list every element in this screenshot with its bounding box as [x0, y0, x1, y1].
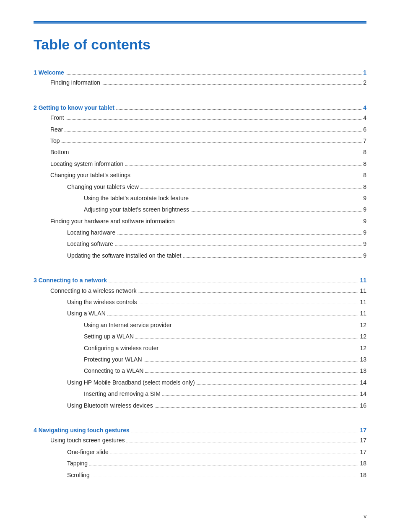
- toc-text-connect-wlan: Connecting to a WLAN: [84, 366, 143, 375]
- toc-dots-wireless-controls: [139, 304, 358, 304]
- toc-page-isp: 12: [360, 320, 366, 330]
- toc-item-loc-sw[interactable]: Locating software9: [34, 239, 366, 248]
- toc-text-changing-view: Changing your tablet's view: [67, 182, 139, 191]
- toc-text-finding-info: Finding information: [50, 78, 100, 87]
- toc-page-ch4: 17: [360, 426, 366, 435]
- toc-text-config-router: Configuring a wireless router: [84, 343, 158, 353]
- toc-item-sim[interactable]: Inserting and removing a SIM14: [34, 389, 366, 398]
- toc-dots-tapping: [89, 465, 358, 465]
- toc-page-top: 7: [363, 136, 366, 145]
- page-title: Table of contents: [34, 36, 366, 53]
- toc-dots-autorotate: [190, 200, 361, 200]
- toc-item-ch4[interactable]: 4 Navigating using touch gestures17: [34, 426, 366, 435]
- toc-item-brightness[interactable]: Adjusting your tablet's screen brightnes…: [34, 205, 366, 214]
- toc-dots-hw-sw-info: [177, 223, 362, 223]
- toc-item-locating-sys[interactable]: Locating system information8: [34, 159, 366, 168]
- toc-item-setup-wlan[interactable]: Setting up a WLAN12: [34, 332, 366, 341]
- toc-dots-sim: [162, 395, 358, 396]
- toc-item-config-router[interactable]: Configuring a wireless router12: [34, 343, 366, 353]
- toc-dots-locating-sys: [125, 165, 361, 166]
- toc-dots-setup-wlan: [135, 338, 358, 338]
- toc-text-sim: Inserting and removing a SIM: [84, 389, 161, 398]
- toc-item-isp[interactable]: Using an Internet service provider12: [34, 320, 366, 330]
- toc-text-using-wlan: Using a WLAN: [67, 309, 106, 318]
- toc-dots-loc-sw: [115, 245, 361, 246]
- page-container: Table of contents 1 Welcome1Finding info…: [0, 0, 400, 507]
- toc-text-wireless-controls: Using the wireless controls: [67, 297, 137, 307]
- toc-text-changing-settings: Changing your tablet's settings: [50, 170, 130, 180]
- toc-dots-bottom: [70, 154, 361, 154]
- toc-dots-protect-wlan: [144, 361, 358, 362]
- toc-dots-wireless-network: [138, 292, 358, 293]
- toc-item-ch3[interactable]: 3 Connecting to a network11: [34, 276, 366, 285]
- toc-text-top: Top: [50, 136, 60, 145]
- toc-dots-top: [62, 142, 362, 143]
- toc-dots-ch1: [66, 74, 361, 75]
- toc-item-bluetooth[interactable]: Using Bluetooth wireless devices16: [34, 401, 366, 410]
- toc-dots-isp: [173, 327, 358, 327]
- toc-page-mobile-broadband: 14: [360, 378, 366, 387]
- toc-page-ch3: 11: [360, 276, 366, 285]
- toc-dots-front: [66, 119, 362, 120]
- top-border-thick: [34, 21, 366, 23]
- section-spacer: [34, 412, 366, 418]
- toc-item-ch2[interactable]: 2 Getting to know your tablet4: [34, 103, 366, 112]
- toc-page-wireless-controls: 11: [360, 297, 366, 307]
- toc-item-top[interactable]: Top7: [34, 136, 366, 145]
- toc-item-hw-sw-info[interactable]: Finding your hardware and software infor…: [34, 217, 366, 226]
- toc-page-brightness: 9: [363, 205, 366, 214]
- toc-text-bluetooth: Using Bluetooth wireless devices: [67, 401, 153, 410]
- toc-text-tapping: Tapping: [67, 459, 88, 468]
- toc-text-updating-sw: Updating the software installed on the t…: [67, 251, 181, 260]
- toc-page-updating-sw: 9: [363, 251, 366, 260]
- toc-text-loc-hw: Locating hardware: [67, 228, 115, 237]
- toc-item-connect-wlan[interactable]: Connecting to a WLAN13: [34, 366, 366, 375]
- toc-item-wireless-controls[interactable]: Using the wireless controls11: [34, 297, 366, 307]
- toc-page-changing-settings: 8: [363, 170, 366, 180]
- toc-item-changing-view[interactable]: Changing your tablet's view8: [34, 182, 366, 191]
- toc-dots-config-router: [160, 350, 358, 350]
- toc-page-locating-sys: 8: [363, 159, 366, 168]
- toc-item-changing-settings[interactable]: Changing your tablet's settings8: [34, 170, 366, 180]
- toc-item-updating-sw[interactable]: Updating the software installed on the t…: [34, 251, 366, 260]
- toc-text-front: Front: [50, 113, 64, 122]
- toc-item-front[interactable]: Front4: [34, 113, 366, 122]
- toc-page-bottom: 8: [363, 147, 366, 157]
- toc-item-one-finger[interactable]: One-finger slide17: [34, 447, 366, 457]
- toc-page-connect-wlan: 13: [360, 366, 366, 375]
- toc-page-wireless-network: 11: [360, 286, 366, 295]
- toc-item-finding-info[interactable]: Finding information2: [34, 78, 366, 87]
- toc-page-front: 4: [363, 113, 366, 122]
- toc-dots-changing-view: [140, 189, 361, 189]
- toc-text-autorotate: Using the tablet's autorotate lock featu…: [84, 194, 189, 203]
- toc-item-autorotate[interactable]: Using the tablet's autorotate lock featu…: [34, 194, 366, 203]
- toc-text-protect-wlan: Protecting your WLAN: [84, 355, 142, 364]
- toc-dots-one-finger: [110, 454, 358, 454]
- toc-dots-rear: [65, 131, 361, 132]
- toc-page-hw-sw-info: 9: [363, 217, 366, 226]
- toc-text-isp: Using an Internet service provider: [84, 320, 171, 330]
- toc-item-bottom[interactable]: Bottom8: [34, 147, 366, 157]
- toc-item-scrolling[interactable]: Scrolling18: [34, 470, 366, 480]
- toc-item-touch-gestures[interactable]: Using touch screen gestures17: [34, 436, 366, 445]
- toc-item-rear[interactable]: Rear6: [34, 125, 366, 134]
- page-footer: v: [364, 513, 367, 519]
- toc-item-using-wlan[interactable]: Using a WLAN11: [34, 309, 366, 318]
- toc-dots-finding-info: [102, 84, 361, 85]
- toc-dots-connect-wlan: [145, 372, 358, 373]
- toc-item-tapping[interactable]: Tapping18: [34, 459, 366, 468]
- toc-item-protect-wlan[interactable]: Protecting your WLAN13: [34, 355, 366, 364]
- toc-text-setup-wlan: Setting up a WLAN: [84, 332, 134, 341]
- toc-text-ch1: 1 Welcome: [34, 68, 64, 77]
- toc-item-loc-hw[interactable]: Locating hardware9: [34, 228, 366, 237]
- toc-text-one-finger: One-finger slide: [67, 447, 109, 457]
- toc-text-ch4: 4 Navigating using touch gestures: [34, 426, 130, 435]
- toc-dots-ch4: [131, 432, 358, 432]
- toc-item-mobile-broadband[interactable]: Using HP Mobile Broadband (select models…: [34, 378, 366, 387]
- toc-text-locating-sys: Locating system information: [50, 159, 123, 168]
- toc-item-ch1[interactable]: 1 Welcome1: [34, 68, 366, 77]
- toc-text-ch2: 2 Getting to know your tablet: [34, 103, 114, 112]
- toc-dots-changing-settings: [132, 177, 361, 177]
- toc-item-wireless-network[interactable]: Connecting to a wireless network11: [34, 286, 366, 295]
- toc-page-setup-wlan: 12: [360, 332, 366, 341]
